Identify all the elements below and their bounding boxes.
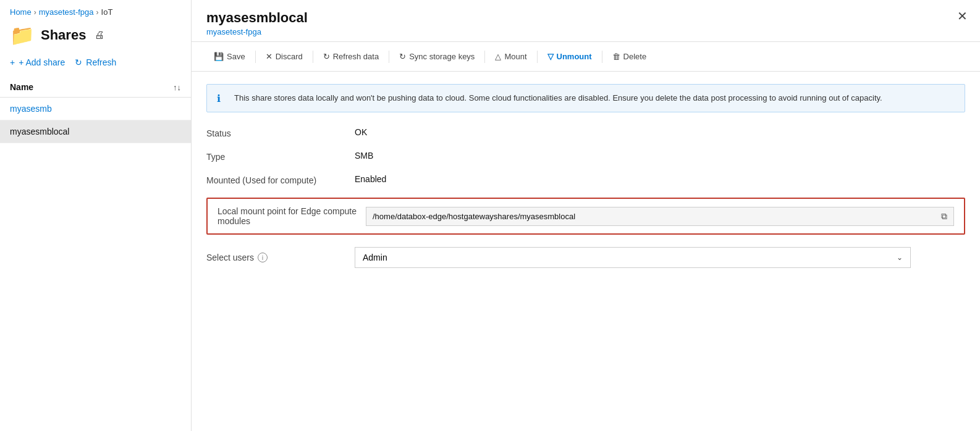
delete-button[interactable]: 🗑 Delete xyxy=(605,48,654,65)
toolbar-divider-5 xyxy=(537,51,538,63)
breadcrumb-device[interactable]: myasetest-fpga xyxy=(39,7,94,17)
list-item-myasesmblocal[interactable]: myasesmblocal xyxy=(0,120,191,143)
toolbar-divider-4 xyxy=(484,51,485,63)
select-users-label: Select users i xyxy=(206,253,355,262)
mount-point-input-wrap: ⧉ xyxy=(366,207,954,226)
info-icon: ℹ xyxy=(217,93,228,104)
sidebar-list: myasesmb myasesmblocal xyxy=(0,98,191,431)
panel-subtitle: myasetest-fpga xyxy=(206,27,965,36)
panel-title: myasesmblocal xyxy=(206,10,965,26)
toolbar-divider-3 xyxy=(389,51,389,63)
mount-button[interactable]: △ Mount xyxy=(488,48,534,65)
sort-icon[interactable]: ↑↓ xyxy=(173,83,181,92)
status-row: Status OK xyxy=(206,127,965,138)
select-users-dropdown[interactable]: Admin ⌄ xyxy=(355,247,911,268)
refresh-button[interactable]: ↻ Refresh xyxy=(75,55,116,70)
breadcrumb-section: IoT xyxy=(101,7,113,17)
refresh-icon: ↻ xyxy=(75,57,82,67)
type-row: Type SMB xyxy=(206,151,965,162)
sidebar-header: 📁 Shares 🖨 xyxy=(0,22,191,52)
mounted-label: Mounted (Used for compute) xyxy=(206,174,355,185)
select-users-row: Select users i Admin ⌄ xyxy=(206,247,965,268)
list-item-myasesmb[interactable]: myasesmb xyxy=(0,98,191,120)
mounted-row: Mounted (Used for compute) Enabled xyxy=(206,174,965,185)
add-share-button[interactable]: + + Add share xyxy=(10,55,65,70)
sidebar-actions: + + Add share ↻ Refresh xyxy=(0,52,191,77)
info-banner: ℹ This share stores data locally and won… xyxy=(206,84,965,112)
discard-button[interactable]: ✕ Discard xyxy=(258,48,310,65)
toolbar: 💾 Save ✕ Discard ↻ Refresh data ↻ Sync s… xyxy=(192,42,980,72)
save-button[interactable]: 💾 Save xyxy=(206,48,253,65)
info-banner-text: This share stores data locally and won't… xyxy=(234,92,882,104)
print-icon[interactable]: 🖨 xyxy=(95,30,104,41)
mount-point-input[interactable] xyxy=(373,212,936,221)
discard-icon: ✕ xyxy=(266,52,272,61)
panel-header: myasesmblocal myasetest-fpga xyxy=(192,0,980,42)
list-header: Name ↑↓ xyxy=(0,77,191,98)
sync-icon: ↻ xyxy=(399,52,406,61)
plus-icon: + xyxy=(10,57,15,67)
refresh-data-button[interactable]: ↻ Refresh data xyxy=(316,48,386,65)
close-button[interactable]: ✕ xyxy=(957,9,968,23)
mounted-value: Enabled xyxy=(355,174,386,184)
select-users-value: Admin xyxy=(363,253,387,262)
copy-icon[interactable]: ⧉ xyxy=(941,211,947,222)
refresh-data-icon: ↻ xyxy=(323,52,330,61)
chevron-down-icon: ⌄ xyxy=(897,253,903,262)
unmount-icon: ▽ xyxy=(547,52,554,61)
panel-content: ℹ This share stores data locally and won… xyxy=(192,72,980,431)
toolbar-divider-6 xyxy=(602,51,602,63)
main-panel: ✕ myasesmblocal myasetest-fpga 💾 Save ✕ … xyxy=(192,0,980,431)
unmount-button[interactable]: ▽ Unmount xyxy=(540,48,599,65)
mount-icon: △ xyxy=(495,52,501,61)
select-users-info-icon[interactable]: i xyxy=(258,253,268,262)
breadcrumb: Home › myasetest-fpga › IoT xyxy=(0,0,191,22)
sidebar-title: Shares xyxy=(41,27,86,43)
status-label: Status xyxy=(206,127,355,138)
toolbar-divider-1 xyxy=(255,51,256,63)
breadcrumb-home[interactable]: Home xyxy=(10,7,32,17)
folder-icon: 📁 xyxy=(10,25,35,45)
delete-icon: 🗑 xyxy=(612,52,620,61)
sync-storage-keys-button[interactable]: ↻ Sync storage keys xyxy=(392,48,482,65)
save-icon: 💾 xyxy=(214,52,224,61)
mount-point-label: Local mount point for Edge compute modul… xyxy=(218,206,366,226)
toolbar-divider-2 xyxy=(313,51,313,63)
type-value: SMB xyxy=(355,151,373,161)
type-label: Type xyxy=(206,151,355,162)
mount-point-row: Local mount point for Edge compute modul… xyxy=(206,198,965,235)
status-value: OK xyxy=(355,127,367,137)
